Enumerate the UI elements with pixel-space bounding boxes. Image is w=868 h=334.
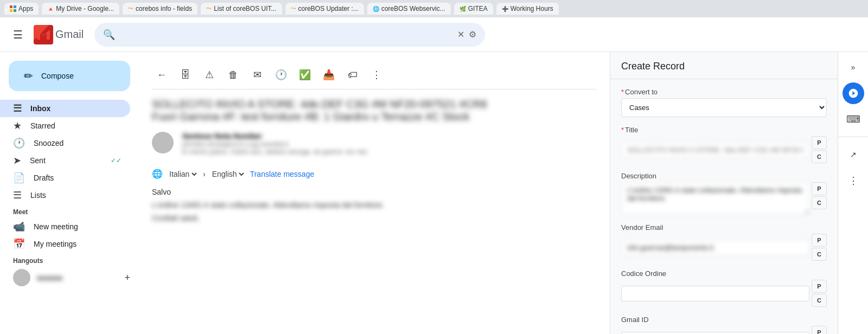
gmail-id-row: P C	[621, 326, 827, 334]
right-apps-icon[interactable]	[843, 82, 864, 104]
sidebar-lists-label: Lists	[30, 191, 46, 200]
snoozed-icon: 🕐	[13, 137, 25, 149]
vendor-email-c-button[interactable]: C	[812, 248, 827, 261]
search-input[interactable]	[119, 30, 453, 40]
codice-ordine-input[interactable]	[621, 286, 809, 301]
vendor-email-p-button[interactable]: P	[812, 234, 827, 247]
star-icon: ★	[13, 120, 22, 132]
gmail-app-name: Gmail	[55, 28, 84, 41]
email-salutation: Cordiali saluti.	[152, 214, 597, 222]
sidebar-item-my-meetings[interactable]: 📅 My meetings	[0, 235, 130, 253]
my-meetings-icon: 📅	[13, 238, 25, 250]
title-label: * Title	[621, 126, 827, 134]
title-input[interactable]	[621, 142, 809, 158]
codice-ordine-p-button[interactable]: P	[812, 280, 827, 293]
description-c-button[interactable]: C	[812, 196, 827, 209]
tab-gdrive[interactable]: 🔺 My Drive - Google...	[42, 3, 119, 15]
hangout-add-icon[interactable]: +	[124, 272, 130, 284]
compose-button[interactable]: ✏ Compose	[9, 61, 130, 91]
description-p-button[interactable]: P	[812, 182, 827, 195]
sidebar-item-inbox[interactable]: ☰ Inbox	[0, 100, 130, 117]
right-expand-icon[interactable]: »	[843, 56, 864, 78]
panel-body: * Convert to Cases * Title	[610, 79, 838, 334]
hangout-avatar	[13, 269, 30, 286]
translate-from-select[interactable]: Italian	[167, 169, 199, 179]
lists-icon: ☰	[13, 189, 22, 201]
gmail-id-input[interactable]	[621, 332, 809, 335]
gmail-id-group: Gmail ID P C	[621, 316, 827, 334]
title-label-text: Title	[625, 126, 638, 134]
hangout-name: ●●●●●●	[37, 274, 62, 282]
tab-working-hours[interactable]: ➕ Working Hours	[496, 3, 559, 15]
description-textarea[interactable]	[621, 182, 809, 215]
tab-gitea[interactable]: 🌿 GITEA	[454, 3, 493, 15]
title-p-button[interactable]: P	[812, 136, 827, 149]
description-group: Description P C	[621, 172, 827, 215]
sidebar-item-snoozed[interactable]: 🕐 Snoozed	[0, 134, 130, 152]
archive-button[interactable]: 🗄	[176, 65, 195, 85]
new-meeting-icon: 📹	[13, 221, 25, 233]
codice-ordine-label: Codice Ordine	[621, 269, 827, 278]
sidebar-starred-label: Starred	[30, 121, 55, 130]
codice-ordine-pc-buttons: P C	[812, 280, 827, 307]
report-button[interactable]: ⚠	[200, 65, 219, 85]
tab-gdrive-label: My Drive - Google...	[56, 5, 114, 12]
right-keyboard-icon[interactable]: ⌨	[843, 108, 864, 130]
required-star: *	[621, 88, 624, 96]
sidebar-item-new-meeting[interactable]: 📹 New meeting	[0, 218, 130, 235]
title-row: P C	[621, 136, 827, 163]
email-body: Salvo L'ordine 13491 è stato collazionat…	[152, 183, 597, 227]
gmail-m-icon	[34, 25, 53, 44]
title-c-button[interactable]: C	[812, 150, 827, 163]
title-group: * Title P C	[621, 126, 827, 163]
convert-to-label: * Convert to	[621, 88, 827, 96]
vendor-email-pc-buttons: P C	[812, 234, 827, 261]
email-body-text: L'ordine 13491 è stato collazionate. Att…	[152, 201, 597, 209]
label-button[interactable]: 🏷	[343, 65, 362, 85]
back-button[interactable]: ←	[152, 65, 171, 85]
tab-corebos-updater[interactable]: 〜 coreBOS Updater :...	[285, 3, 364, 15]
sidebar-item-lists[interactable]: ☰ Lists	[0, 187, 130, 204]
title-pc-buttons: P C	[812, 136, 827, 163]
tab-corebos-uit[interactable]: 〜 List of coreBOS UIT...	[201, 3, 282, 15]
sender-line2: to memo palmo, mahm ano, stefano anouge,…	[182, 148, 597, 156]
task-button[interactable]: ✅	[295, 65, 315, 85]
mark-unread-button[interactable]: ✉	[247, 65, 267, 85]
gmail-header: ☰ Gmail 🔍 ✕ ⚙	[0, 17, 868, 52]
gmail-main: ✏ Compose ☰ Inbox ★ Starred 🕐 Snoozed ➤ …	[0, 52, 868, 334]
menu-icon[interactable]: ☰	[9, 24, 27, 46]
tab-corebos-fields[interactable]: 〜 corebos info - fields	[123, 3, 197, 15]
tab-apps[interactable]: Apps	[4, 3, 39, 15]
email-content: ← 🗄 ⚠ 🗑 ✉ 🕐 ✅ 📥 🏷 ⋮ SOLLECITO INVIO A ST…	[139, 52, 610, 334]
description-pc-buttons: P C	[812, 182, 827, 209]
translate-to-select[interactable]: English	[210, 169, 246, 179]
search-bar: 🔍 ✕ ⚙	[94, 23, 485, 47]
drafts-icon: 📄	[13, 172, 25, 184]
snooze-button[interactable]: 🕐	[271, 65, 291, 85]
sidebar-item-sent[interactable]: ➤ Sent ✓✓	[0, 152, 130, 169]
vendor-email-input[interactable]	[621, 240, 809, 255]
compose-plus-icon: ✏	[22, 69, 35, 82]
hangout-item[interactable]: ●●●●●● +	[0, 267, 139, 288]
sidebar-item-drafts[interactable]: 📄 Drafts	[0, 169, 130, 187]
convert-to-group: * Convert to Cases	[621, 88, 827, 117]
more-options-button[interactable]: ⋮	[367, 65, 386, 85]
vendor-email-row: P C	[621, 234, 827, 261]
sidebar-sent-label: Sent	[30, 156, 46, 165]
convert-to-select[interactable]: Cases	[621, 98, 827, 117]
vendor-email-label: Vendor Email	[621, 223, 827, 232]
translate-link[interactable]: Translate message	[250, 170, 315, 178]
right-external-link-icon[interactable]: ↗	[843, 144, 864, 165]
tab-corebos-webservice[interactable]: 🌐 coreBOS Webservic...	[367, 3, 451, 15]
tab-corebos-webservice-label: coreBOS Webservic...	[381, 5, 445, 12]
right-more-icon[interactable]: ⋮	[843, 170, 864, 191]
delete-button[interactable]: 🗑	[224, 65, 243, 85]
move-button[interactable]: 📥	[319, 65, 339, 85]
sidebar-item-starred[interactable]: ★ Starred	[0, 117, 130, 134]
search-filter-icon[interactable]: ⚙	[469, 29, 476, 40]
hangouts-section-label: Hangouts	[0, 253, 139, 267]
gmail-id-p-button[interactable]: P	[812, 326, 827, 334]
search-clear-icon[interactable]: ✕	[457, 29, 464, 40]
codice-ordine-c-button[interactable]: C	[812, 294, 827, 307]
search-icon: 🔍	[103, 29, 115, 41]
